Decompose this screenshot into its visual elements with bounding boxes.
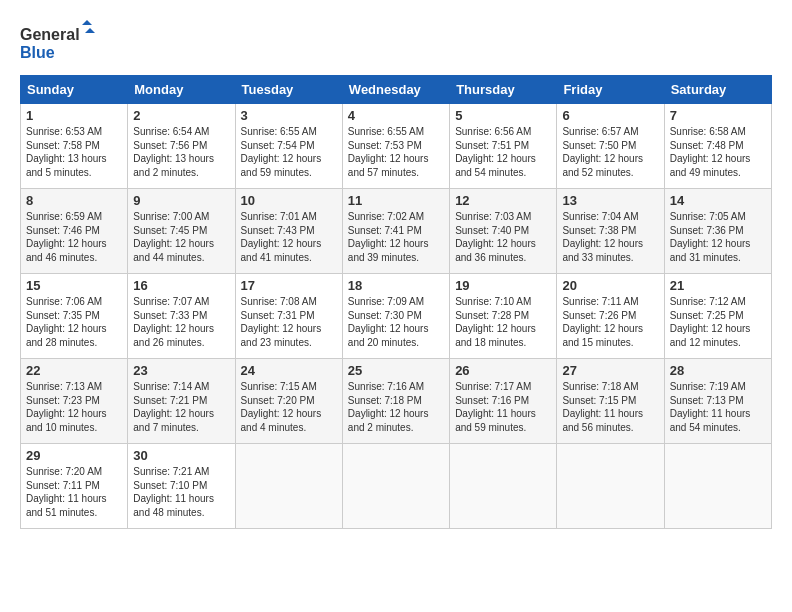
day-cell: 5Sunrise: 6:56 AM Sunset: 7:51 PM Daylig… bbox=[450, 104, 557, 189]
svg-marker-2 bbox=[82, 20, 92, 25]
day-cell: 7Sunrise: 6:58 AM Sunset: 7:48 PM Daylig… bbox=[664, 104, 771, 189]
day-cell: 21Sunrise: 7:12 AM Sunset: 7:25 PM Dayli… bbox=[664, 274, 771, 359]
day-info: Sunrise: 7:16 AM Sunset: 7:18 PM Dayligh… bbox=[348, 380, 444, 434]
day-number: 12 bbox=[455, 193, 551, 208]
day-number: 13 bbox=[562, 193, 658, 208]
day-cell bbox=[557, 444, 664, 529]
day-info: Sunrise: 6:57 AM Sunset: 7:50 PM Dayligh… bbox=[562, 125, 658, 179]
svg-text:Blue: Blue bbox=[20, 44, 55, 61]
day-number: 7 bbox=[670, 108, 766, 123]
header-sunday: Sunday bbox=[21, 76, 128, 104]
day-info: Sunrise: 6:55 AM Sunset: 7:54 PM Dayligh… bbox=[241, 125, 337, 179]
day-number: 18 bbox=[348, 278, 444, 293]
day-number: 23 bbox=[133, 363, 229, 378]
day-cell: 28Sunrise: 7:19 AM Sunset: 7:13 PM Dayli… bbox=[664, 359, 771, 444]
day-info: Sunrise: 7:20 AM Sunset: 7:11 PM Dayligh… bbox=[26, 465, 122, 519]
day-info: Sunrise: 6:54 AM Sunset: 7:56 PM Dayligh… bbox=[133, 125, 229, 179]
day-cell: 11Sunrise: 7:02 AM Sunset: 7:41 PM Dayli… bbox=[342, 189, 449, 274]
day-cell: 10Sunrise: 7:01 AM Sunset: 7:43 PM Dayli… bbox=[235, 189, 342, 274]
day-cell: 12Sunrise: 7:03 AM Sunset: 7:40 PM Dayli… bbox=[450, 189, 557, 274]
day-number: 8 bbox=[26, 193, 122, 208]
day-number: 25 bbox=[348, 363, 444, 378]
day-info: Sunrise: 7:09 AM Sunset: 7:30 PM Dayligh… bbox=[348, 295, 444, 349]
header-saturday: Saturday bbox=[664, 76, 771, 104]
day-cell: 17Sunrise: 7:08 AM Sunset: 7:31 PM Dayli… bbox=[235, 274, 342, 359]
day-number: 10 bbox=[241, 193, 337, 208]
day-cell: 4Sunrise: 6:55 AM Sunset: 7:53 PM Daylig… bbox=[342, 104, 449, 189]
day-number: 2 bbox=[133, 108, 229, 123]
week-row-4: 22Sunrise: 7:13 AM Sunset: 7:23 PM Dayli… bbox=[21, 359, 772, 444]
day-number: 22 bbox=[26, 363, 122, 378]
header-friday: Friday bbox=[557, 76, 664, 104]
day-cell: 9Sunrise: 7:00 AM Sunset: 7:45 PM Daylig… bbox=[128, 189, 235, 274]
day-cell bbox=[342, 444, 449, 529]
day-number: 4 bbox=[348, 108, 444, 123]
day-info: Sunrise: 7:08 AM Sunset: 7:31 PM Dayligh… bbox=[241, 295, 337, 349]
day-info: Sunrise: 7:11 AM Sunset: 7:26 PM Dayligh… bbox=[562, 295, 658, 349]
svg-text:General: General bbox=[20, 26, 80, 43]
day-number: 26 bbox=[455, 363, 551, 378]
day-number: 28 bbox=[670, 363, 766, 378]
day-cell: 16Sunrise: 7:07 AM Sunset: 7:33 PM Dayli… bbox=[128, 274, 235, 359]
day-number: 30 bbox=[133, 448, 229, 463]
header-tuesday: Tuesday bbox=[235, 76, 342, 104]
day-cell: 23Sunrise: 7:14 AM Sunset: 7:21 PM Dayli… bbox=[128, 359, 235, 444]
day-number: 15 bbox=[26, 278, 122, 293]
day-info: Sunrise: 7:00 AM Sunset: 7:45 PM Dayligh… bbox=[133, 210, 229, 264]
day-info: Sunrise: 7:10 AM Sunset: 7:28 PM Dayligh… bbox=[455, 295, 551, 349]
week-row-5: 29Sunrise: 7:20 AM Sunset: 7:11 PM Dayli… bbox=[21, 444, 772, 529]
day-info: Sunrise: 7:03 AM Sunset: 7:40 PM Dayligh… bbox=[455, 210, 551, 264]
page-header: GeneralBlue bbox=[20, 20, 772, 65]
day-cell: 13Sunrise: 7:04 AM Sunset: 7:38 PM Dayli… bbox=[557, 189, 664, 274]
logo: GeneralBlue bbox=[20, 20, 100, 65]
day-cell: 1Sunrise: 6:53 AM Sunset: 7:58 PM Daylig… bbox=[21, 104, 128, 189]
day-info: Sunrise: 6:53 AM Sunset: 7:58 PM Dayligh… bbox=[26, 125, 122, 179]
day-cell: 22Sunrise: 7:13 AM Sunset: 7:23 PM Dayli… bbox=[21, 359, 128, 444]
day-info: Sunrise: 7:14 AM Sunset: 7:21 PM Dayligh… bbox=[133, 380, 229, 434]
calendar-header-row: SundayMondayTuesdayWednesdayThursdayFrid… bbox=[21, 76, 772, 104]
day-cell: 3Sunrise: 6:55 AM Sunset: 7:54 PM Daylig… bbox=[235, 104, 342, 189]
day-number: 19 bbox=[455, 278, 551, 293]
day-number: 29 bbox=[26, 448, 122, 463]
header-wednesday: Wednesday bbox=[342, 76, 449, 104]
day-number: 9 bbox=[133, 193, 229, 208]
day-number: 6 bbox=[562, 108, 658, 123]
day-cell bbox=[664, 444, 771, 529]
day-info: Sunrise: 7:05 AM Sunset: 7:36 PM Dayligh… bbox=[670, 210, 766, 264]
day-cell: 18Sunrise: 7:09 AM Sunset: 7:30 PM Dayli… bbox=[342, 274, 449, 359]
day-info: Sunrise: 7:17 AM Sunset: 7:16 PM Dayligh… bbox=[455, 380, 551, 434]
day-cell: 2Sunrise: 6:54 AM Sunset: 7:56 PM Daylig… bbox=[128, 104, 235, 189]
day-info: Sunrise: 7:04 AM Sunset: 7:38 PM Dayligh… bbox=[562, 210, 658, 264]
week-row-2: 8Sunrise: 6:59 AM Sunset: 7:46 PM Daylig… bbox=[21, 189, 772, 274]
day-number: 20 bbox=[562, 278, 658, 293]
day-number: 24 bbox=[241, 363, 337, 378]
day-cell: 29Sunrise: 7:20 AM Sunset: 7:11 PM Dayli… bbox=[21, 444, 128, 529]
day-number: 21 bbox=[670, 278, 766, 293]
day-number: 3 bbox=[241, 108, 337, 123]
day-cell: 25Sunrise: 7:16 AM Sunset: 7:18 PM Dayli… bbox=[342, 359, 449, 444]
day-info: Sunrise: 7:21 AM Sunset: 7:10 PM Dayligh… bbox=[133, 465, 229, 519]
day-info: Sunrise: 6:55 AM Sunset: 7:53 PM Dayligh… bbox=[348, 125, 444, 179]
calendar-table: SundayMondayTuesdayWednesdayThursdayFrid… bbox=[20, 75, 772, 529]
day-info: Sunrise: 7:13 AM Sunset: 7:23 PM Dayligh… bbox=[26, 380, 122, 434]
day-cell: 8Sunrise: 6:59 AM Sunset: 7:46 PM Daylig… bbox=[21, 189, 128, 274]
day-cell: 19Sunrise: 7:10 AM Sunset: 7:28 PM Dayli… bbox=[450, 274, 557, 359]
day-number: 14 bbox=[670, 193, 766, 208]
svg-marker-3 bbox=[85, 28, 95, 33]
day-number: 17 bbox=[241, 278, 337, 293]
day-info: Sunrise: 7:18 AM Sunset: 7:15 PM Dayligh… bbox=[562, 380, 658, 434]
day-info: Sunrise: 7:19 AM Sunset: 7:13 PM Dayligh… bbox=[670, 380, 766, 434]
day-info: Sunrise: 7:07 AM Sunset: 7:33 PM Dayligh… bbox=[133, 295, 229, 349]
day-cell: 26Sunrise: 7:17 AM Sunset: 7:16 PM Dayli… bbox=[450, 359, 557, 444]
header-monday: Monday bbox=[128, 76, 235, 104]
day-cell bbox=[450, 444, 557, 529]
logo-svg: GeneralBlue bbox=[20, 20, 100, 65]
day-info: Sunrise: 7:15 AM Sunset: 7:20 PM Dayligh… bbox=[241, 380, 337, 434]
day-info: Sunrise: 7:12 AM Sunset: 7:25 PM Dayligh… bbox=[670, 295, 766, 349]
day-info: Sunrise: 7:01 AM Sunset: 7:43 PM Dayligh… bbox=[241, 210, 337, 264]
day-number: 11 bbox=[348, 193, 444, 208]
day-number: 5 bbox=[455, 108, 551, 123]
day-cell: 30Sunrise: 7:21 AM Sunset: 7:10 PM Dayli… bbox=[128, 444, 235, 529]
week-row-3: 15Sunrise: 7:06 AM Sunset: 7:35 PM Dayli… bbox=[21, 274, 772, 359]
day-info: Sunrise: 7:06 AM Sunset: 7:35 PM Dayligh… bbox=[26, 295, 122, 349]
